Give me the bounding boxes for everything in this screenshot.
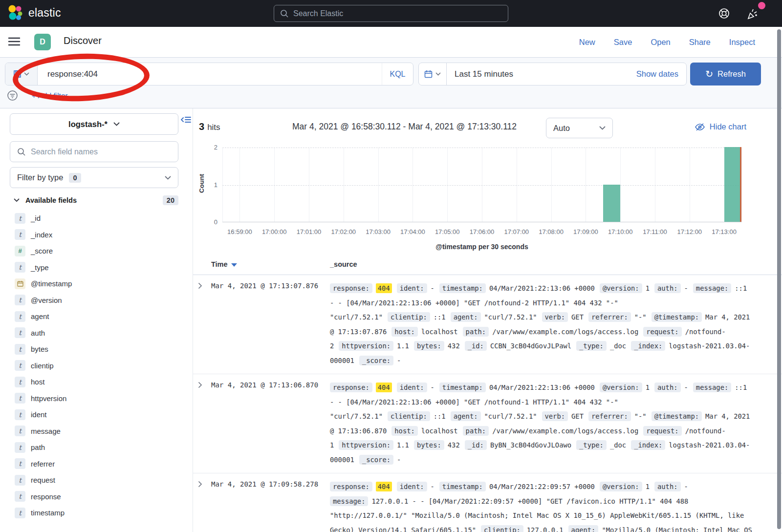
- field-item-timestamp[interactable]: ttimestamp: [0, 505, 193, 521]
- column-header-time[interactable]: Time: [211, 260, 237, 268]
- field-item-host[interactable]: thost: [0, 374, 193, 390]
- field-key: response:: [330, 283, 372, 293]
- type-filter-count-badge: 0: [69, 173, 81, 183]
- news-feed-icon[interactable]: [745, 7, 760, 21]
- field-item-_type[interactable]: t_type: [0, 259, 193, 276]
- chevron-down-icon: [113, 122, 120, 126]
- expand-row-icon[interactable]: [198, 282, 202, 289]
- string-type-icon: t: [15, 508, 25, 518]
- field-name: auth: [31, 329, 45, 337]
- query-bar-strip: KQL Last 15 minutes Show dates ↻ Refresh: [0, 58, 782, 108]
- string-type-icon: t: [15, 409, 25, 420]
- expand-row-icon[interactable]: [198, 382, 202, 388]
- field-value: localhost: [421, 427, 458, 435]
- field-key: timestamp:: [439, 283, 486, 293]
- field-item-bytes[interactable]: tbytes: [0, 341, 193, 358]
- histogram-bar-17:09:30[interactable]: [603, 185, 620, 222]
- field-item-request[interactable]: trequest: [0, 472, 193, 489]
- help-icon[interactable]: [717, 7, 731, 20]
- nav-action-inspect[interactable]: Inspect: [729, 38, 755, 47]
- nav-action-save[interactable]: Save: [614, 38, 632, 47]
- menu-icon[interactable]: [8, 36, 21, 47]
- global-search-input[interactable]: [293, 9, 502, 18]
- field-key: _index:: [631, 341, 665, 351]
- x-tick-label: 17:04:00: [400, 228, 425, 235]
- x-tick-label: 17:02:00: [331, 228, 356, 235]
- chevron-down-icon: [435, 72, 441, 76]
- refresh-button[interactable]: ↻ Refresh: [690, 63, 761, 85]
- field-value: ::1: [434, 412, 446, 420]
- field-item-message[interactable]: tmessage: [0, 423, 193, 440]
- nav-action-share[interactable]: Share: [689, 38, 711, 47]
- show-dates-button[interactable]: Show dates: [636, 69, 686, 79]
- expand-row-icon[interactable]: [198, 481, 202, 488]
- interval-select[interactable]: Auto: [546, 118, 613, 138]
- field-name: _type: [31, 263, 49, 272]
- field-value: CCBN_3cB04dGovJLPawl: [490, 342, 571, 350]
- nav-action-open[interactable]: Open: [651, 38, 670, 47]
- filter-icon[interactable]: [7, 90, 18, 101]
- hide-chart-button[interactable]: Hide chart: [695, 122, 746, 131]
- discover-app-badge[interactable]: D: [34, 34, 51, 50]
- field-name: @timestamp: [31, 279, 72, 288]
- histogram-bar-17:13:00[interactable]: [724, 147, 741, 222]
- available-fields-header[interactable]: Available fields 20: [14, 195, 178, 205]
- field-key: message:: [693, 283, 731, 293]
- filter-by-type-select[interactable]: Filter by type 0: [10, 167, 178, 188]
- field-item-@version[interactable]: t@version: [0, 292, 193, 309]
- notification-badge: [758, 2, 765, 9]
- string-type-icon: t: [15, 360, 25, 371]
- saved-query-menu-button[interactable]: [5, 63, 38, 85]
- string-type-icon: t: [15, 458, 25, 469]
- field-key: referrer:: [588, 312, 631, 322]
- field-item-_id[interactable]: t_id: [0, 210, 193, 227]
- field-item-referrer[interactable]: treferrer: [0, 456, 193, 472]
- field-key: agent:: [568, 525, 599, 532]
- chevron-down-icon: [599, 126, 606, 130]
- add-filter-button[interactable]: + Add filter: [32, 91, 68, 100]
- fields-list: t_idt_index#_scoret_type@timestampt@vers…: [0, 210, 193, 521]
- field-value: ByBN_3cB04dGovJLOawo: [490, 441, 571, 449]
- field-item-@timestamp[interactable]: @timestamp: [0, 276, 193, 292]
- nav-action-new[interactable]: New: [579, 38, 595, 47]
- page-scrollbar[interactable]: [777, 29, 781, 529]
- field-item-agent[interactable]: tagent: [0, 308, 193, 325]
- x-axis-line: [222, 222, 741, 222]
- histogram-chart[interactable]: Count 16:59:0017:00:0017:01:0017:02:0017…: [193, 142, 782, 254]
- field-item-httpversion[interactable]: thttpversion: [0, 390, 193, 407]
- field-item-ident[interactable]: tident: [0, 406, 193, 423]
- string-type-icon: t: [15, 491, 25, 502]
- field-value: _doc: [610, 441, 626, 449]
- global-header: elastic: [0, 0, 782, 27]
- field-name: response: [31, 492, 61, 501]
- field-value: GET: [571, 313, 584, 321]
- field-search-input[interactable]: [31, 148, 171, 156]
- field-item-_index[interactable]: t_index: [0, 227, 193, 243]
- field-key: message:: [693, 383, 731, 392]
- field-item-auth[interactable]: tauth: [0, 325, 193, 341]
- table-row: Mar 4, 2021 @ 17:09:58.278response:404id…: [193, 473, 782, 532]
- field-key: _id:: [465, 341, 487, 351]
- eye-slash-icon: [695, 123, 705, 131]
- field-item-path[interactable]: tpath: [0, 439, 193, 456]
- field-search[interactable]: [10, 141, 178, 162]
- field-key: ident:: [397, 482, 427, 491]
- string-type-icon: t: [15, 229, 25, 240]
- field-name: @version: [31, 296, 62, 304]
- horizontal-gridline: [222, 148, 741, 148]
- field-item-_score[interactable]: #_score: [0, 243, 193, 259]
- query-language-button[interactable]: KQL: [382, 63, 413, 85]
- index-pattern-select[interactable]: logstash-*: [10, 113, 178, 135]
- field-item-clientip[interactable]: tclientip: [0, 358, 193, 374]
- collapse-sidebar-icon[interactable]: [181, 115, 191, 124]
- global-search[interactable]: [274, 5, 508, 22]
- time-range-display[interactable]: Last 15 minutes: [447, 69, 636, 79]
- query-input[interactable]: [38, 63, 382, 85]
- field-name: _index: [31, 231, 52, 239]
- date-quick-select-button[interactable]: [419, 63, 447, 85]
- filter-bar: + Add filter: [7, 90, 68, 101]
- field-item-response[interactable]: tresponse: [0, 489, 193, 505]
- elastic-logo[interactable]: [7, 4, 23, 21]
- field-name: timestamp: [31, 509, 65, 517]
- app-navbar: D Discover NewSaveOpenShareInspect: [0, 27, 782, 58]
